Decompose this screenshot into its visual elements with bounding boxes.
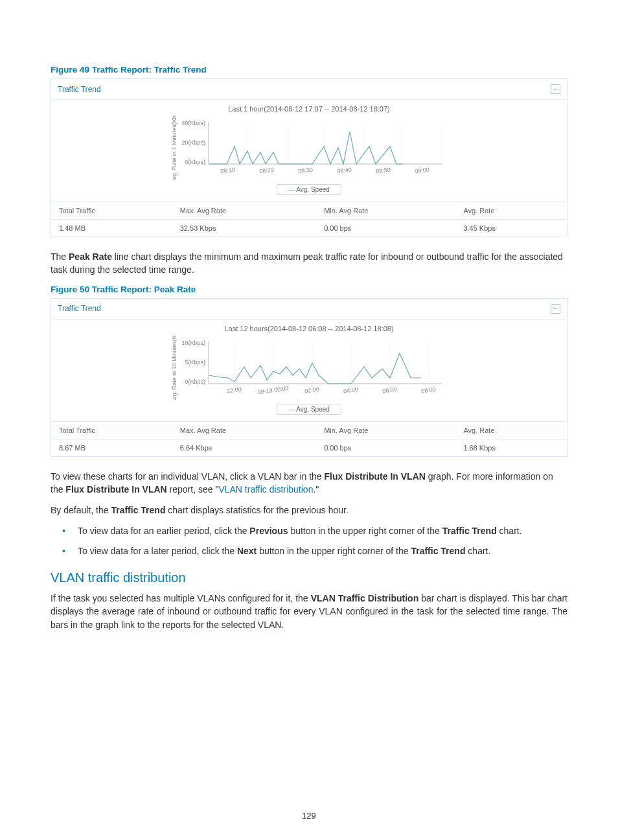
traffic-trend-panel-49: Traffic Trend − Last 1 hour(2014-08-12 1… <box>51 78 567 237</box>
heading-vlan-traffic-distribution: VLAN traffic distribution <box>51 570 567 585</box>
stats-header: Total Traffic <box>51 202 172 220</box>
legend-50: — Avg. Speed <box>277 404 341 415</box>
stats-header: Avg. Rate <box>455 421 567 439</box>
svg-text:40(Kbps): 40(Kbps) <box>181 120 205 126</box>
panel-title: Traffic Trend <box>58 304 101 313</box>
stats-header: Min. Avg Rate <box>316 421 455 439</box>
svg-text:10(Kbps): 10(Kbps) <box>181 340 205 346</box>
chart-inner-title-50: Last 12 hours(2014-08-12 06:08 -- 2014-0… <box>58 325 560 332</box>
stats-header: Total Traffic <box>51 421 172 439</box>
svg-text:02:00: 02:00 <box>304 386 320 394</box>
stats-value: 0.00 bps <box>316 439 455 456</box>
figure-caption-50: Figure 50 Traffic Report: Peak Rate <box>51 285 567 294</box>
svg-text:08:00: 08:00 <box>421 386 437 394</box>
stats-header: Min. Avg Rate <box>316 202 455 220</box>
panel-header-50: Traffic Trend − <box>51 299 567 320</box>
chart-inner-title-49: Last 1 hour(2014-08-12 17:07 -- 2014-08-… <box>58 105 560 113</box>
svg-text:5(Kbps): 5(Kbps) <box>185 359 205 366</box>
bullet-previous: To view data for an earlier period, clic… <box>51 524 567 537</box>
panel-header-49: Traffic Trend − <box>51 79 567 100</box>
stats-table-49: Total Traffic Max. Avg Rate Min. Avg Rat… <box>51 202 567 237</box>
svg-text:22:00: 22:00 <box>227 386 242 394</box>
svg-text:04:00: 04:00 <box>343 386 359 394</box>
svg-text:08:20: 08:20 <box>259 167 275 175</box>
stats-value: 3.45 Kbps <box>455 220 567 237</box>
svg-text:08:40: 08:40 <box>337 167 352 175</box>
svg-text:0(Kbps): 0(Kbps) <box>185 379 205 385</box>
svg-text:08:50: 08:50 <box>376 167 391 175</box>
svg-text:20(Kbps): 20(Kbps) <box>181 139 205 146</box>
svg-text:08-13 00:00: 08-13 00:00 <box>257 384 289 395</box>
traffic-trend-chart-49: Avg. Rate in 1 Minutes(Kbp 40(Kbps) 20(K… <box>170 115 448 195</box>
panel-title: Traffic Trend <box>58 85 101 94</box>
paragraph-vlan-distribution-desc: If the task you selected has multiple VL… <box>51 592 567 631</box>
paragraph-flux-distribute: To view these charts for an individual V… <box>51 470 567 496</box>
collapse-icon[interactable]: − <box>551 304 560 314</box>
stats-value: 32.53 Kbps <box>172 220 316 237</box>
link-vlan-traffic-distribution[interactable]: VLAN traffic distribution <box>218 484 313 495</box>
bullet-list: To view data for an earlier period, clic… <box>51 524 567 557</box>
bullet-next: To view data for a later period, click t… <box>51 544 567 557</box>
page-number: 129 <box>0 811 618 821</box>
stats-value: 8.67 MB <box>51 439 172 456</box>
svg-text:0(Kbps): 0(Kbps) <box>185 159 205 165</box>
svg-text:Avg. Rate in 1 Minutes(Kbp: Avg. Rate in 1 Minutes(Kbp <box>171 115 177 180</box>
svg-text:08:30: 08:30 <box>298 167 314 175</box>
traffic-trend-chart-50: Avg. Rate in 10 Minutes(Kb 10(Kbps) 5(Kb… <box>170 335 448 415</box>
stats-header: Max. Avg Rate <box>172 202 316 220</box>
stats-value: 6.64 Kbps <box>172 439 316 456</box>
svg-text:09:00: 09:00 <box>415 167 430 175</box>
stats-table-50: Total Traffic Max. Avg Rate Min. Avg Rat… <box>51 421 567 456</box>
stats-value: 0.00 bps <box>316 220 455 237</box>
stats-value: 1.68 Kbps <box>455 439 567 456</box>
svg-text:08:10: 08:10 <box>220 167 236 175</box>
svg-text:Avg. Rate in 10 Minutes(Kb: Avg. Rate in 10 Minutes(Kb <box>171 335 177 400</box>
stats-value: 1.48 MB <box>51 220 172 237</box>
legend-49: — Avg. Speed <box>277 184 341 195</box>
svg-text:06:00: 06:00 <box>382 386 398 394</box>
paragraph-default-hour: By default, the Traffic Trend chart disp… <box>51 504 567 517</box>
stats-header: Avg. Rate <box>455 202 567 220</box>
traffic-trend-panel-50: Traffic Trend − Last 12 hours(2014-08-12… <box>51 298 567 457</box>
paragraph-peak-rate-desc: The Peak Rate line chart displays the mi… <box>51 250 567 277</box>
stats-header: Max. Avg Rate <box>172 421 316 439</box>
figure-caption-49: Figure 49 Traffic Report: Traffic Trend <box>51 65 567 75</box>
collapse-icon[interactable]: − <box>551 84 560 94</box>
